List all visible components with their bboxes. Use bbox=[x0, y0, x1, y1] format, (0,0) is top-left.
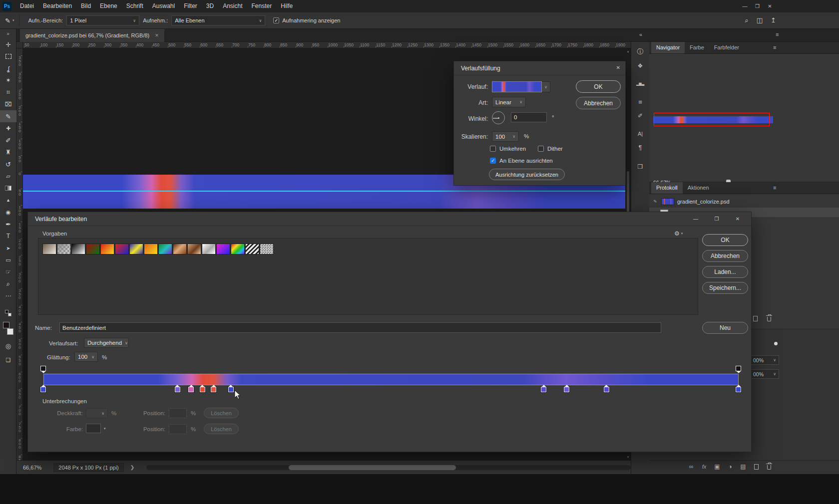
stop-opacity-combo[interactable]: ∨ bbox=[86, 408, 108, 418]
smoothness-combo[interactable]: 100 ∨ bbox=[74, 352, 98, 362]
layer-opacity-combo[interactable]: 00% ∨ bbox=[750, 355, 779, 365]
show-ring-checkbox[interactable]: ✓ Aufnahmering anzeigen bbox=[273, 17, 340, 23]
preset-red-to-yellow[interactable] bbox=[100, 244, 114, 254]
preset-silver[interactable] bbox=[202, 244, 216, 254]
adjustment-layer-icon[interactable]: ◑ bbox=[727, 463, 733, 470]
gradient-preview-swatch[interactable] bbox=[492, 81, 542, 92]
delete-layer-icon[interactable] bbox=[766, 464, 772, 470]
clone-stamp-tool[interactable]: ♜ bbox=[0, 146, 16, 158]
reverse-checkbox[interactable]: Umkehren bbox=[490, 146, 526, 152]
menu-item-fenster[interactable]: Fenster bbox=[247, 0, 277, 12]
info-icon[interactable]: ⓘ bbox=[634, 46, 647, 58]
preset-green-cyan-purple[interactable] bbox=[158, 244, 172, 254]
color-swatches[interactable] bbox=[0, 321, 16, 336]
dither-checkbox[interactable]: Dither bbox=[538, 146, 563, 152]
document-tab[interactable]: gradient_colorize.psd bei 66,7% (Gradien… bbox=[20, 29, 164, 42]
gradient-bar[interactable] bbox=[43, 374, 739, 385]
history-menu-icon[interactable]: ≡ bbox=[773, 185, 776, 191]
3d-icon[interactable]: ❒ bbox=[634, 161, 647, 173]
path-selection-tool[interactable]: ➤ bbox=[0, 242, 16, 254]
ok-button[interactable]: OK bbox=[576, 80, 621, 93]
color-stop[interactable] bbox=[736, 387, 741, 392]
workspace-icon[interactable]: ◫ bbox=[757, 16, 763, 24]
frame-tool[interactable]: ⌧ bbox=[0, 98, 16, 110]
menu-item-3d[interactable]: 3D bbox=[202, 0, 218, 12]
type-tool[interactable]: T bbox=[0, 230, 16, 242]
cancel-button[interactable]: Abbrechen bbox=[576, 97, 621, 109]
edit-toolbar[interactable]: ⋯ bbox=[0, 290, 16, 302]
sample-layers-select[interactable]: Alle Ebenen ∨ bbox=[171, 15, 265, 25]
preset-blue-yellow-blue[interactable] bbox=[129, 244, 143, 254]
eyedropper-tool[interactable]: ✎ bbox=[0, 110, 16, 122]
scroll-down-icon[interactable]: ▾ bbox=[625, 454, 631, 460]
histogram-icon[interactable]: ▂▆▃ bbox=[634, 78, 647, 90]
preset-fg-to-bg[interactable] bbox=[42, 244, 56, 254]
gradient-type-select[interactable]: Linear ∨ bbox=[492, 97, 526, 107]
new-doc-from-state-icon[interactable] bbox=[752, 316, 758, 321]
healing-brush-tool[interactable]: ✚ bbox=[0, 122, 16, 134]
search-icon[interactable]: ⌕ bbox=[745, 16, 749, 24]
scale-combo[interactable]: 100 ∨ bbox=[492, 131, 519, 142]
angle-input[interactable] bbox=[511, 112, 547, 122]
preset-red-to-green[interactable] bbox=[86, 244, 100, 254]
color-stop[interactable] bbox=[211, 387, 216, 392]
delete-state-icon[interactable] bbox=[766, 315, 772, 321]
color-stop[interactable] bbox=[228, 387, 234, 392]
horizontal-scrollbar[interactable] bbox=[146, 465, 631, 470]
presets-settings-gear-icon[interactable]: ⚙ ▾ bbox=[674, 230, 683, 237]
layer-mask-icon[interactable]: ▣ bbox=[714, 463, 720, 470]
color-stop[interactable] bbox=[541, 387, 546, 392]
menu-item-auswahl[interactable]: Auswahl bbox=[148, 0, 179, 12]
maximize-button[interactable]: ❐ bbox=[751, 0, 764, 12]
reset-alignment-button[interactable]: Ausrichtung zurücksetzen bbox=[489, 169, 565, 180]
h-ruler[interactable]: 5010015020025030035040045050055060065070… bbox=[23, 42, 631, 48]
history-row[interactable]: ✎ gradient_colorize.psd bbox=[649, 197, 839, 207]
gradient-tool[interactable] bbox=[0, 182, 16, 194]
navigator-menu-icon[interactable]: ≡ bbox=[773, 44, 776, 50]
background-color-swatch[interactable] bbox=[7, 328, 13, 335]
preset-noise[interactable] bbox=[260, 244, 274, 254]
crop-tool[interactable]: ⌗ bbox=[0, 86, 16, 98]
menu-item-bearbeiten[interactable]: Bearbeiten bbox=[38, 0, 76, 12]
save-button[interactable]: Speichern... bbox=[702, 282, 748, 294]
scroll-up-icon[interactable]: ▴ bbox=[625, 48, 631, 54]
color-stop[interactable] bbox=[40, 387, 46, 392]
maximize-button[interactable]: ❐ bbox=[706, 212, 727, 226]
preset-copper-dark[interactable] bbox=[173, 244, 187, 254]
close-icon[interactable]: ✕ bbox=[616, 65, 620, 70]
stop-color-swatch[interactable] bbox=[86, 424, 101, 433]
preset-rainbow[interactable] bbox=[231, 244, 245, 254]
zoom-tool[interactable]: ⌕ bbox=[0, 278, 16, 290]
rectangle-tool[interactable]: ▭ bbox=[0, 254, 16, 266]
layer-effects-icon[interactable]: fx bbox=[701, 464, 707, 470]
menu-item-bild[interactable]: Bild bbox=[76, 0, 95, 12]
color-stop[interactable] bbox=[200, 387, 205, 392]
history-brush-source-icon[interactable]: ✎ bbox=[652, 199, 658, 204]
preset-transparent-stripes[interactable] bbox=[245, 244, 259, 254]
layer-group-icon[interactable]: ▤ bbox=[740, 463, 746, 470]
dialog-title-bar[interactable]: Verlaufsfüllung ✕ bbox=[454, 61, 625, 75]
close-button[interactable]: ✕ bbox=[764, 0, 776, 12]
lasso-tool[interactable]: ʆ bbox=[0, 62, 16, 74]
angle-dial[interactable] bbox=[492, 111, 505, 124]
marquee-tool[interactable] bbox=[0, 50, 16, 62]
quick-selection-tool[interactable]: ✶ bbox=[0, 74, 16, 86]
status-zoom-value[interactable]: 66,67% bbox=[23, 465, 41, 471]
preset-black-to-white[interactable] bbox=[71, 244, 85, 254]
color-stop[interactable] bbox=[564, 387, 569, 392]
expand-toolbar-icon[interactable]: » bbox=[0, 29, 16, 38]
new-button[interactable]: Neu bbox=[702, 322, 748, 334]
menu-item-datei[interactable]: Datei bbox=[15, 0, 38, 12]
menu-item-hilfe[interactable]: Hilfe bbox=[276, 0, 297, 12]
hand-tool[interactable]: ☞ bbox=[0, 266, 16, 278]
preset-copper-light[interactable] bbox=[187, 244, 201, 254]
eraser-tool[interactable]: ▱ bbox=[0, 170, 16, 182]
minimize-button[interactable]: — bbox=[739, 0, 751, 12]
history-brush-tool[interactable]: ↺ bbox=[0, 158, 16, 170]
preset-red-to-blue[interactable] bbox=[115, 244, 129, 254]
tab-farbe[interactable]: Farbe bbox=[685, 42, 709, 53]
horizontal-scrollbar-thumb[interactable] bbox=[289, 465, 456, 470]
tab-aktionen[interactable]: Aktionen bbox=[683, 182, 714, 194]
character-icon[interactable]: A| bbox=[634, 128, 647, 140]
gradient-name-input[interactable] bbox=[59, 322, 661, 333]
